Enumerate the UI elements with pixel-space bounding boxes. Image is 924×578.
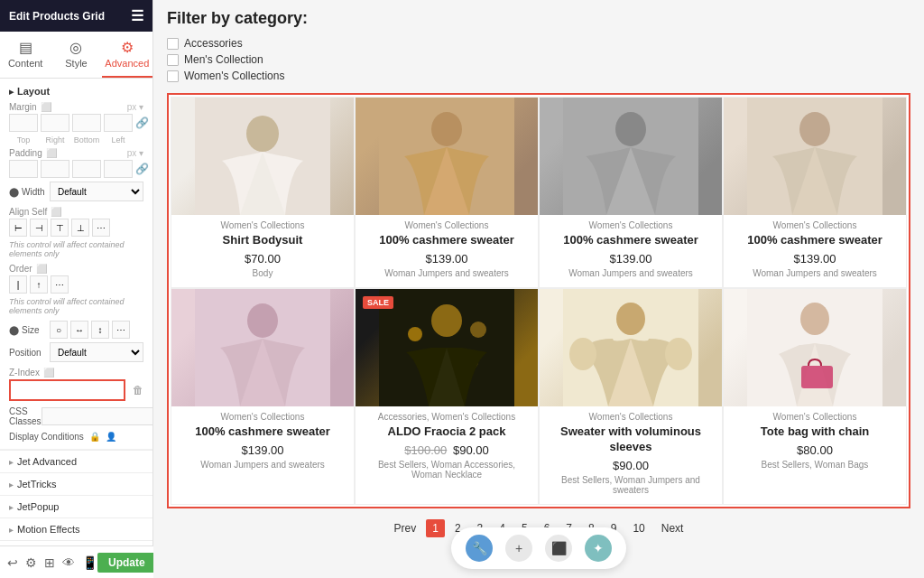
padding-inputs: 🔗: [9, 160, 143, 178]
accordion-jet-tricks[interactable]: JetTricks: [0, 472, 152, 495]
align-left-btn[interactable]: ⊢: [9, 219, 27, 237]
margin-bottom-input[interactable]: [72, 114, 101, 132]
hamburger-icon[interactable]: ☰: [131, 7, 143, 24]
padding-bottom-input[interactable]: [72, 160, 101, 178]
filter-accessories[interactable]: Accessories: [167, 37, 910, 50]
product-card-6[interactable]: SALE Accessories, Women's Collections AL…: [355, 288, 539, 505]
order-more-btn[interactable]: ⋯: [51, 275, 69, 294]
filter-mens[interactable]: Men's Collection: [167, 53, 910, 66]
padding-left-input[interactable]: [104, 160, 133, 178]
order-end-btn[interactable]: ↑: [30, 275, 48, 294]
product-card-3[interactable]: Women's Collections 100% cashmere sweate…: [539, 97, 723, 288]
bottom-bar-icons: ↩ ⚙ ⊞ 👁 📱: [7, 555, 97, 570]
order-note: This control will affect contained eleme…: [9, 297, 143, 315]
align-center-btn[interactable]: ⊣: [30, 219, 48, 237]
px-label2: px ▾: [127, 148, 143, 158]
align-right-btn[interactable]: ⊤: [51, 219, 69, 237]
size-fill-btn[interactable]: ↕: [91, 321, 109, 339]
position-select[interactable]: Default: [50, 342, 143, 362]
page-1-btn[interactable]: 1: [426, 519, 445, 537]
product-card-5[interactable]: Women's Collections 100% cashmere sweate…: [171, 288, 355, 505]
filter-checkbox-mens[interactable]: [167, 54, 179, 66]
sale-badge-6: SALE: [363, 296, 393, 309]
product-info-3: Women's Collections 100% cashmere sweate…: [540, 215, 722, 278]
css-id-input[interactable]: [9, 379, 125, 401]
css-id-trash-icon[interactable]: 🗑: [133, 384, 143, 396]
margin-link-icon[interactable]: 🔗: [135, 117, 149, 129]
left-label: Left: [104, 135, 133, 144]
update-button[interactable]: Update: [97, 553, 153, 573]
product-category-8: Women's Collections: [731, 412, 899, 422]
product-card-1[interactable]: Women's Collections Shirt Bodysuit $70.0…: [171, 97, 355, 288]
size-row: ⬤ Size ○ ↔ ↕ ⋯: [9, 321, 143, 339]
padding-top-input[interactable]: [9, 160, 38, 178]
size-fit-btn[interactable]: ↔: [70, 321, 88, 339]
product-grid: Women's Collections Shirt Bodysuit $70.0…: [171, 97, 907, 505]
align-stretch-btn[interactable]: ⊥: [71, 219, 89, 237]
filter-womens[interactable]: Women's Collections: [167, 70, 910, 82]
product-grid-wrapper: Women's Collections Shirt Bodysuit $70.0…: [167, 93, 910, 508]
padding-right-input[interactable]: [41, 160, 69, 178]
size-icon-btn[interactable]: ○: [50, 321, 68, 339]
css-classes-input[interactable]: [42, 407, 153, 425]
product-name-6: ALDO Fraocia 2 pack: [363, 424, 531, 440]
accordion-jet-advanced[interactable]: Jet Advanced: [0, 450, 152, 472]
align-more-btn[interactable]: ⋯: [92, 219, 110, 237]
product-img-8: [724, 289, 906, 406]
product-img-3: [540, 98, 722, 215]
product-name-4: 100% cashmere sweater: [731, 233, 899, 248]
width-select[interactable]: Default: [50, 182, 143, 201]
page-10-btn[interactable]: 10: [626, 519, 651, 537]
person-icon: 👤: [106, 432, 116, 442]
filter-section: Accessories Men's Collection Women's Col…: [167, 37, 910, 82]
product-info-4: Women's Collections 100% cashmere sweate…: [724, 215, 906, 278]
product-card-4[interactable]: Women's Collections 100% cashmere sweate…: [723, 97, 907, 288]
product-card-2[interactable]: Women's Collections 100% cashmere sweate…: [355, 97, 539, 288]
tab-advanced[interactable]: ⚙ Advanced: [102, 32, 152, 78]
float-folder-btn[interactable]: ⬛: [545, 535, 572, 562]
margin-left-input[interactable]: [104, 114, 133, 132]
svg-point-12: [408, 327, 422, 341]
order-start-btn[interactable]: |: [9, 275, 27, 294]
padding-link-icon[interactable]: 🔗: [135, 163, 149, 175]
margin-inputs: 🔗: [9, 114, 143, 132]
product-name-8: Tote bag with chain: [731, 424, 899, 440]
mobile-icon[interactable]: 📱: [82, 555, 97, 570]
history-icon[interactable]: ↩: [7, 555, 18, 570]
panel-header: Edit Products Grid ☰: [0, 0, 152, 32]
svg-point-1: [246, 116, 279, 152]
top-label: Top: [9, 135, 38, 144]
next-btn[interactable]: Next: [655, 519, 690, 537]
margin-right-input[interactable]: [41, 114, 69, 132]
tab-style[interactable]: ◎ Style: [51, 32, 101, 78]
product-card-7[interactable]: Women's Collections Sweater with volumin…: [539, 288, 723, 505]
margin-top-input[interactable]: [9, 114, 38, 132]
floating-bar: 🔧 + ⬛ ✦: [451, 527, 626, 569]
prev-btn[interactable]: Prev: [388, 519, 423, 537]
size-more-btn[interactable]: ⋯: [112, 321, 130, 339]
accordion-jet-popup[interactable]: JetPopup: [0, 495, 152, 517]
accordion-motion-effects[interactable]: Motion Effects: [0, 517, 152, 540]
product-img-6: SALE: [356, 289, 538, 406]
filter-checkbox-accessories[interactable]: [167, 38, 179, 50]
filter-checkbox-womens[interactable]: [167, 70, 179, 82]
grid-icon[interactable]: ⊞: [44, 555, 55, 570]
product-price-1: $70.00: [179, 252, 346, 266]
float-settings-btn[interactable]: 🔧: [466, 535, 493, 562]
style-icon: ◎: [52, 39, 99, 56]
float-special-btn[interactable]: ✦: [585, 535, 612, 562]
eye-icon[interactable]: 👁: [62, 555, 75, 570]
bottom-label: Bottom: [72, 135, 101, 144]
product-price-2: $139.00: [363, 252, 531, 266]
product-tags-2: Woman Jumpers and sweaters: [363, 268, 531, 278]
product-tags-8: Best Sellers, Woman Bags: [731, 460, 899, 470]
product-card-8[interactable]: Women's Collections Tote bag with chain …: [723, 288, 907, 505]
left-panel: Edit Products Grid ☰ ▤ Content ◎ Style ⚙…: [0, 0, 153, 578]
css-classes-row: CSS Classes 🗑: [9, 406, 143, 426]
product-price-4: $139.00: [731, 252, 899, 266]
product-category-3: Women's Collections: [547, 220, 715, 230]
position-label: Position: [9, 348, 50, 358]
float-add-btn[interactable]: +: [505, 535, 532, 562]
settings-icon[interactable]: ⚙: [25, 555, 37, 570]
tab-content[interactable]: ▤ Content: [0, 32, 51, 78]
